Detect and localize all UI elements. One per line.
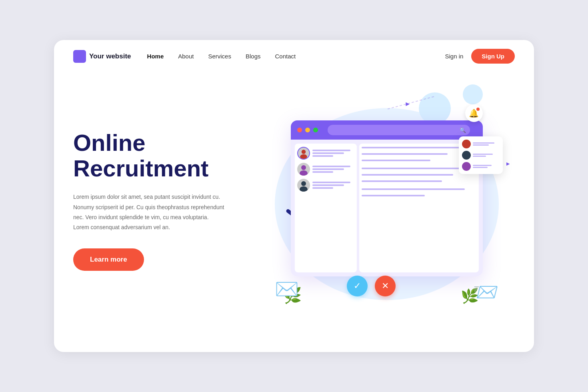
hero-illustration: ► ► ◄ 🔍	[259, 80, 515, 312]
candidate-line	[312, 182, 350, 183]
candidate-line	[312, 187, 334, 189]
resume-avatar-3	[462, 162, 471, 171]
envelope-right-icon: 📨	[473, 280, 499, 304]
svg-point-2	[301, 165, 306, 170]
main-card: Your website Home About Services Blogs C…	[54, 40, 534, 352]
browser-dot-red	[297, 128, 302, 132]
notification-dot	[476, 107, 480, 112]
nav-blogs[interactable]: Blogs	[246, 53, 261, 60]
candidate-line	[312, 171, 334, 173]
resume-row-3	[462, 162, 500, 171]
hero-description: Lorem ipsum dolor sit amet, sea putant s…	[73, 192, 225, 232]
hero-left: Online Recruitment Lorem ipsum dolor sit…	[73, 80, 259, 312]
resume-lines-1	[473, 142, 500, 146]
hero-title: Online Recruitment	[73, 130, 259, 181]
nav-right: Sign in Sign Up	[445, 49, 515, 64]
browser-dot-green	[313, 128, 318, 132]
svg-point-3	[300, 170, 308, 176]
accept-button[interactable]: ✓	[347, 276, 368, 296]
candidate-line	[312, 155, 334, 157]
candidate-avatar-2	[297, 163, 310, 176]
browser-content	[291, 140, 483, 276]
search-icon: 🔍	[460, 127, 466, 133]
candidate-line	[312, 168, 344, 170]
svg-point-5	[300, 186, 308, 192]
blob-small-1	[419, 92, 451, 124]
candidate-lines-2	[312, 166, 354, 173]
resume-row-1	[462, 140, 500, 148]
learn-more-button[interactable]: Learn more	[73, 248, 144, 271]
hero-section: Online Recruitment Lorem ipsum dolor sit…	[54, 72, 534, 328]
candidate-lines-3	[312, 182, 354, 189]
notification-bell[interactable]: 🔔	[465, 104, 483, 122]
candidate-avatar-1	[297, 147, 310, 160]
resume-lines-2	[473, 154, 500, 157]
browser-bar: 🔍	[291, 120, 483, 140]
logo-text: Your website	[89, 52, 131, 60]
reject-button[interactable]: ✕	[375, 276, 396, 296]
browser-search-bar: 🔍	[328, 125, 470, 135]
candidate-line	[312, 152, 344, 154]
envelope-left-icon: ✉️	[275, 278, 299, 300]
svg-point-0	[302, 150, 306, 154]
resume-card	[459, 136, 503, 174]
svg-point-4	[301, 181, 306, 186]
browser-window: 🔍	[291, 120, 483, 276]
nav-contact[interactable]: Contact	[275, 53, 296, 60]
nav-links: Home About Services Blogs Contact	[147, 53, 445, 60]
candidate-line	[312, 166, 350, 167]
svg-point-1	[300, 154, 307, 159]
navbar: Your website Home About Services Blogs C…	[54, 40, 534, 72]
resume-row-2	[462, 151, 500, 160]
nav-services[interactable]: Services	[208, 53, 231, 60]
resume-avatar-2	[462, 151, 471, 160]
blob-small-2	[463, 84, 483, 104]
arrow-top-right-icon: ►	[404, 100, 411, 108]
nav-about[interactable]: About	[178, 53, 194, 60]
candidate-avatar-3	[297, 179, 310, 192]
content-col-1	[295, 144, 357, 272]
sign-up-button[interactable]: Sign Up	[471, 49, 515, 64]
candidate-line	[312, 150, 350, 151]
resume-lines-3	[473, 165, 500, 168]
candidate-row-3	[297, 179, 354, 192]
candidate-row-2	[297, 163, 354, 176]
candidate-line	[312, 184, 344, 186]
logo-box	[73, 50, 86, 63]
resume-avatar-1	[462, 140, 471, 148]
candidate-row-1	[297, 147, 354, 160]
sign-in-link[interactable]: Sign in	[445, 53, 463, 60]
nav-home[interactable]: Home	[147, 53, 164, 60]
browser-dot-yellow	[305, 128, 310, 132]
arrow-mid-right-icon: ►	[505, 160, 511, 167]
candidate-lines-1	[312, 150, 354, 157]
logo[interactable]: Your website	[73, 50, 131, 63]
